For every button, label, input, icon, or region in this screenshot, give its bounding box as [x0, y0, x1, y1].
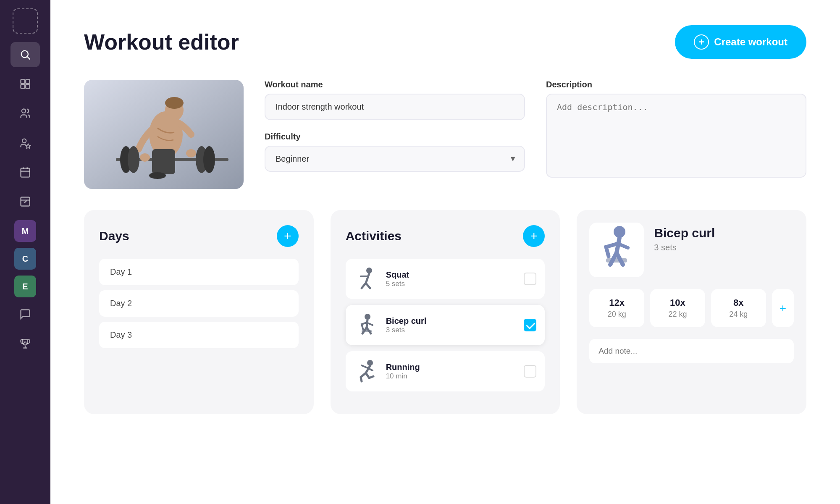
detail-top: Bicep curl 3 sets	[589, 223, 794, 277]
app-logo	[13, 8, 38, 34]
avatar-c[interactable]: C	[14, 248, 36, 270]
svg-point-18	[165, 97, 184, 109]
set-card-3: 8x 24 kg	[711, 289, 766, 327]
svg-rect-5	[26, 84, 29, 88]
activities-card-title: Activities	[346, 229, 402, 243]
set-card-2: 10x 22 kg	[650, 289, 705, 327]
difficulty-select-wrapper: Beginner Intermediate Advanced ▼	[265, 146, 525, 172]
running-info: Running 10 min	[386, 362, 517, 381]
trophy-icon	[19, 338, 31, 349]
create-button-label: Create workout	[714, 36, 788, 48]
svg-point-21	[128, 146, 139, 173]
activities-card: Activities +	[331, 210, 560, 414]
sidebar-item-tasks[interactable]	[10, 189, 40, 214]
days-card-title: Days	[99, 229, 129, 243]
set-1-reps: 12x	[599, 297, 634, 308]
activities-card-header: Activities +	[346, 225, 545, 247]
svg-point-6	[22, 109, 26, 113]
sidebar: M C E	[0, 0, 50, 504]
sidebar-item-search[interactable]	[10, 42, 40, 67]
workout-image	[84, 80, 244, 189]
workout-name-field: Workout name	[265, 80, 525, 120]
sidebar-item-dashboard[interactable]	[10, 71, 40, 97]
sidebar-item-star-user[interactable]	[10, 130, 40, 155]
activity-squat[interactable]: Squat 5 sets	[346, 259, 545, 299]
days-card-header: Days +	[99, 225, 299, 247]
difficulty-field: Difficulty Beginner Intermediate Advance…	[265, 132, 525, 172]
add-day-button[interactable]: +	[277, 225, 299, 247]
bicep-curl-icon	[354, 312, 379, 338]
squat-info: Squat 5 sets	[386, 270, 517, 288]
difficulty-label: Difficulty	[265, 132, 525, 142]
detail-exercise-name: Bicep curl	[654, 226, 715, 240]
svg-rect-9	[21, 168, 30, 177]
running-icon	[354, 359, 379, 384]
add-set-button[interactable]: +	[772, 289, 794, 327]
detail-exercise-figure	[589, 223, 644, 277]
set-2-weight: 22 kg	[660, 310, 695, 319]
bicep-info: Bicep curl 3 sets	[386, 316, 517, 334]
search-icon	[19, 49, 31, 60]
day-item[interactable]: Day 1	[99, 259, 299, 285]
bicep-name: Bicep curl	[386, 316, 517, 326]
svg-marker-8	[26, 144, 31, 148]
bicep-checkbox[interactable]	[524, 319, 536, 331]
detail-bicep-icon	[589, 223, 644, 277]
sets-grid: 12x 20 kg 10x 22 kg 8x 24 kg +	[589, 289, 794, 327]
running-checkbox[interactable]	[524, 365, 536, 378]
activity-running[interactable]: Running 10 min	[346, 351, 545, 391]
activity-bicep-curl[interactable]: Bicep curl 3 sets	[346, 305, 545, 345]
svg-point-23	[203, 146, 215, 173]
days-list: Day 1 Day 2 Day 3	[99, 259, 299, 348]
set-1-weight: 20 kg	[599, 310, 634, 319]
workout-name-label: Workout name	[265, 80, 525, 89]
avatar-e[interactable]: E	[14, 276, 36, 297]
message-icon	[19, 308, 31, 320]
svg-point-27	[149, 172, 166, 179]
add-activity-button[interactable]: +	[523, 225, 545, 247]
page-header: Workout editor + Create workout	[84, 25, 806, 59]
difficulty-select[interactable]: Beginner Intermediate Advanced	[265, 146, 525, 172]
svg-line-1	[27, 57, 30, 59]
days-card: Days + Day 1 Day 2 Day 3	[84, 210, 314, 414]
bottom-section: Days + Day 1 Day 2 Day 3 Activities +	[84, 210, 806, 414]
sidebar-item-calendar[interactable]	[10, 160, 40, 185]
svg-point-7	[22, 139, 26, 143]
description-textarea[interactable]	[546, 94, 806, 178]
svg-point-0	[21, 51, 28, 58]
svg-point-24	[140, 153, 150, 162]
running-detail: 10 min	[386, 372, 517, 381]
user-star-icon	[19, 137, 31, 149]
running-figure	[354, 359, 379, 384]
workout-name-input[interactable]	[265, 94, 525, 120]
calendar-icon	[19, 166, 31, 178]
detail-exercise-info: Bicep curl 3 sets	[654, 223, 715, 252]
sidebar-item-trophy[interactable]	[10, 331, 40, 356]
avatar-m[interactable]: M	[14, 220, 36, 242]
day-item[interactable]: Day 3	[99, 322, 299, 348]
squat-figure	[354, 266, 379, 291]
plus-icon: +	[694, 34, 709, 50]
grid-icon	[19, 78, 31, 90]
set-3-reps: 8x	[721, 297, 756, 308]
squat-checkbox[interactable]	[524, 273, 536, 285]
sidebar-item-users[interactable]	[10, 101, 40, 126]
description-field: Description	[546, 80, 806, 179]
day-item[interactable]: Day 2	[99, 290, 299, 317]
svg-rect-2	[21, 80, 25, 84]
detail-exercise-sets: 3 sets	[654, 243, 715, 252]
page-title: Workout editor	[84, 29, 239, 55]
bicep-figure	[354, 312, 379, 338]
workout-image-svg	[84, 80, 244, 189]
set-3-weight: 24 kg	[721, 310, 756, 319]
exercise-detail-card: Bicep curl 3 sets 12x 20 kg 10x 22 kg 8x…	[577, 210, 806, 414]
squat-icon	[354, 266, 379, 291]
sidebar-item-messages[interactable]	[10, 302, 40, 327]
squat-name: Squat	[386, 270, 517, 280]
svg-point-25	[186, 149, 196, 158]
create-workout-button[interactable]: + Create workout	[675, 25, 806, 59]
note-input[interactable]	[589, 339, 794, 363]
squat-detail: 5 sets	[386, 280, 517, 288]
svg-rect-4	[21, 84, 25, 88]
users-icon	[19, 108, 31, 119]
